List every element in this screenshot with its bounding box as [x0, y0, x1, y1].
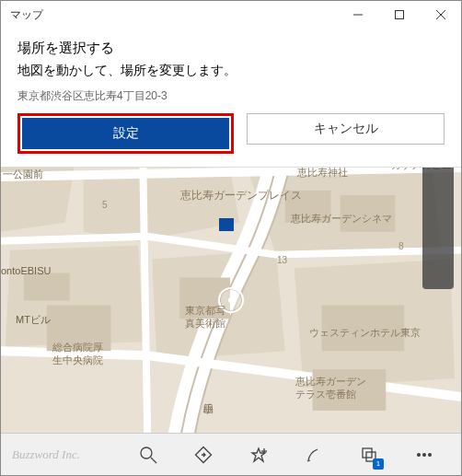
- panel-subtext: 地図を動かして、場所を変更します。: [17, 63, 445, 79]
- locate-button[interactable]: [422, 210, 454, 245]
- map-label-park: 一公園前: [3, 168, 43, 181]
- block-number-8: 8: [398, 241, 404, 251]
- bottom-bar: Buzzword Inc. 1: [1, 433, 461, 475]
- map-label-garden-cinema: 恵比寿ガーデンシネマ: [291, 212, 392, 226]
- maximize-button[interactable]: [378, 1, 420, 29]
- selected-address: 東京都渋谷区恵比寿4丁目20-3: [17, 88, 445, 104]
- svg-point-26: [429, 453, 432, 456]
- map-toolstrip: [422, 168, 454, 289]
- map-label-terrace2: テラス壱番館: [295, 388, 356, 401]
- map-label-terrace1: 恵比寿ガーデン: [295, 375, 366, 389]
- block-number-13: 13: [277, 255, 287, 265]
- more-button[interactable]: [404, 435, 445, 475]
- title-bar: マップ: [1, 1, 461, 29]
- ink-button[interactable]: [294, 435, 334, 475]
- minimize-button[interactable]: [337, 1, 378, 29]
- cancel-button[interactable]: キャンセル: [247, 113, 445, 145]
- map-label-ebisu-shrine: 恵比寿神社: [297, 168, 348, 180]
- brand-watermark: Buzzword Inc.: [1, 447, 111, 462]
- map-style-button[interactable]: [422, 171, 454, 206]
- svg-rect-11: [24, 273, 70, 301]
- bottom-icons: 1: [111, 435, 461, 475]
- map-label-westin: ウェスティンホテル東京: [309, 326, 421, 340]
- collections-button[interactable]: 1: [349, 435, 389, 475]
- svg-rect-1: [395, 11, 403, 19]
- map-label-mt: MTビル: [16, 313, 51, 327]
- layers-button[interactable]: [422, 249, 454, 284]
- map-label-hosp1: 総合病院厚: [52, 341, 103, 354]
- map-label-hosp2: 生中央病院: [52, 354, 103, 367]
- app-window: マップ 場所を選択する 地図を動かして、場所を変更します。 東京都渋谷区恵比寿4…: [0, 0, 462, 476]
- map-label-garden-place: 恵比寿ガーデンプレイス: [180, 188, 302, 203]
- button-row: 設定 キャンセル: [17, 113, 445, 154]
- place-marker-icon: [219, 218, 234, 231]
- map-label-photo2: 真美術館: [185, 317, 225, 331]
- highlight-box: 設定: [17, 113, 234, 154]
- svg-point-24: [418, 453, 421, 456]
- app-title: マップ: [10, 7, 43, 23]
- collections-badge: 1: [373, 459, 384, 470]
- block-number-5: 5: [102, 200, 108, 210]
- directions-button[interactable]: [183, 435, 224, 475]
- svg-rect-22: [363, 448, 372, 458]
- search-button[interactable]: [128, 435, 168, 475]
- panel-heading: 場所を選択する: [17, 40, 445, 57]
- map-label-photo1: 東京都写: [185, 304, 225, 318]
- svg-line-18: [151, 458, 156, 463]
- svg-point-25: [423, 453, 426, 456]
- svg-point-17: [141, 447, 152, 459]
- map-canvas[interactable]: 一公園前 カゲノカビニ 恵比寿ガーデンプレイス 恵比寿ガーデンシネマ 恵比寿神社…: [1, 168, 461, 433]
- set-button[interactable]: 設定: [22, 118, 229, 149]
- close-button[interactable]: [420, 1, 461, 29]
- location-panel: 場所を選択する 地図を動かして、場所を変更します。 東京都渋谷区恵比寿4丁目20…: [1, 29, 461, 168]
- favorites-button[interactable]: [238, 435, 279, 475]
- map-label-onto: ontoEBISU: [1, 265, 51, 276]
